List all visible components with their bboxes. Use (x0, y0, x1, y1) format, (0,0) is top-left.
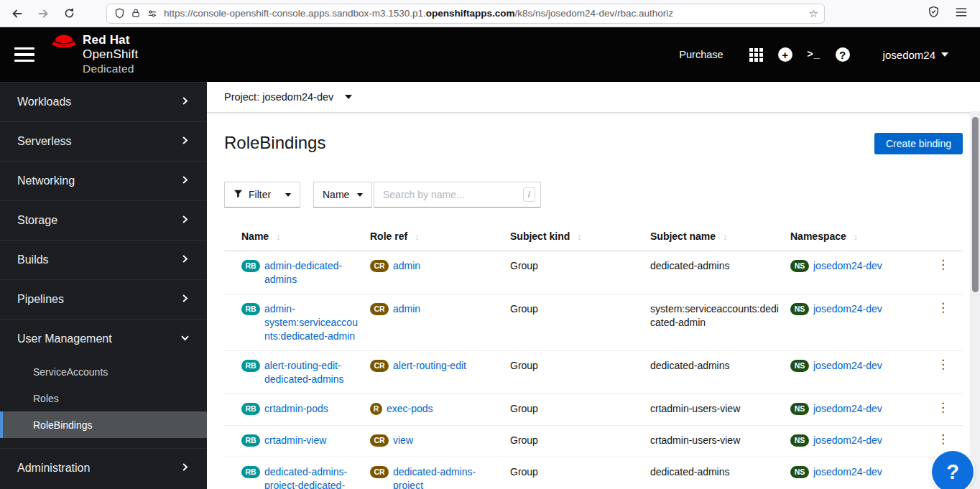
role-ref-link[interactable]: exec-pods (387, 402, 433, 416)
url-text[interactable]: https://console-openshift-console.apps.s… (164, 8, 805, 19)
filter-funnel-icon (234, 189, 243, 200)
nav-toggle-icon[interactable] (14, 44, 34, 66)
page-scrollbar[interactable] (970, 111, 980, 489)
back-icon[interactable] (10, 6, 24, 21)
name-cell: RBcrtadmin-view (224, 426, 370, 457)
sidebar-item-workloads[interactable]: Workloads (0, 82, 207, 121)
quick-help-button[interactable]: ? (932, 451, 974, 489)
role-ref-link[interactable]: admin (393, 302, 420, 316)
column-header-subject-name[interactable]: Subject name↕ (650, 223, 790, 251)
sidebar-item-storage[interactable]: Storage (0, 200, 207, 240)
brand-line-2: OpenShift (83, 47, 138, 62)
shield-icon[interactable] (114, 8, 125, 19)
sidebar-item-administration[interactable]: Administration (0, 448, 207, 488)
forward-icon[interactable] (36, 6, 50, 21)
sidebar-item-roles[interactable]: Roles (0, 385, 207, 411)
sort-icon[interactable]: ↕ (276, 230, 281, 243)
brand-line-3: Dedicated (83, 62, 138, 76)
subject-name-cell: crtadmin-users-view (650, 426, 790, 457)
shortcut-hint-badge: / (523, 187, 535, 202)
namespace-link[interactable]: josedom24-dev (813, 259, 882, 273)
lock-icon[interactable] (131, 8, 141, 19)
rolebinding-link[interactable]: crtadmin-view (264, 434, 326, 447)
filter-dropdown[interactable]: Filter (224, 182, 300, 208)
namespace-link[interactable]: josedom24-dev (813, 434, 882, 447)
create-binding-button[interactable]: Create binding (874, 133, 963, 154)
column-header-name[interactable]: Name↕ (224, 223, 370, 251)
import-plus-icon[interactable]: + (771, 47, 800, 62)
pocket-shield-icon[interactable] (928, 6, 940, 21)
sidebar-item-label: Serverless (17, 135, 72, 148)
namespace-badge: NS (790, 260, 809, 272)
row-kebab-menu-icon[interactable]: ⋮ (934, 351, 963, 393)
url-domain: openshiftapps.com (426, 8, 515, 19)
scrollbar-thumb[interactable] (972, 117, 979, 292)
sidebar-item-pipelines[interactable]: Pipelines (0, 279, 207, 319)
browser-nav-buttons (0, 6, 88, 21)
url-bar[interactable]: https://console-openshift-console.apps.s… (106, 4, 825, 24)
rolebinding-link[interactable]: admin-system:serviceaccounts:dedicated-a… (264, 302, 359, 343)
url-prefix: https://console-openshift-console.apps.s… (164, 8, 426, 19)
row-kebab-menu-icon[interactable]: ⋮ (934, 251, 963, 294)
rolebinding-link[interactable]: alert-routing-edit-dedicated-admins (264, 359, 359, 386)
help-icon[interactable]: ? (828, 47, 857, 62)
role-ref-link[interactable]: admin (393, 259, 420, 273)
role-ref-link[interactable]: dedicated-admins-project (393, 465, 486, 489)
column-header-label: Subject name (650, 230, 716, 243)
name-cell: RBadmin-system:serviceaccounts:dedicated… (224, 294, 370, 350)
namespace-cell: NSjosedom24-dev (790, 294, 934, 350)
main-content: Project: josedom24-dev RoleBindings Crea… (207, 82, 980, 489)
project-selector[interactable]: Project: josedom24-dev (207, 82, 980, 113)
namespace-link[interactable]: josedom24-dev (813, 465, 882, 479)
role-ref-link[interactable]: alert-routing-edit (393, 359, 466, 373)
subject-kind-cell: Group (510, 394, 650, 425)
chevron-right-icon (180, 135, 190, 148)
clusterrole-badge: CR (370, 260, 389, 272)
purchase-link[interactable]: Purchase (679, 49, 723, 60)
namespace-cell: NSjosedom24-dev (790, 394, 934, 425)
row-kebab-menu-icon[interactable]: ⋮ (934, 294, 963, 350)
sort-icon[interactable]: ↕ (415, 230, 420, 243)
sort-icon[interactable]: ↕ (723, 230, 728, 243)
table-body: RBadmin-dedicated-adminsCRadminGroupdedi… (224, 251, 963, 489)
url-path: /k8s/ns/josedom24-dev/rbac.authoriz (515, 8, 674, 19)
namespace-link[interactable]: josedom24-dev (813, 359, 882, 373)
sidebar-item-builds[interactable]: Builds (0, 240, 207, 279)
column-header-role-ref[interactable]: Role ref↕ (370, 223, 510, 251)
sidebar-item-serverless[interactable]: Serverless (0, 121, 207, 161)
user-menu[interactable]: josedom24 (883, 49, 948, 61)
subject-kind-cell: Group (510, 251, 650, 294)
table-header: Name↕Role ref↕Subject kind↕Subject name↕… (224, 223, 963, 251)
permissions-icon[interactable] (147, 9, 158, 19)
name-cell: RBadmin-dedicated-admins (224, 251, 370, 294)
rolebinding-link[interactable]: crtadmin-pods (264, 402, 328, 416)
namespace-link[interactable]: josedom24-dev (813, 402, 882, 416)
rolebinding-link[interactable]: admin-dedicated-admins (264, 259, 359, 287)
column-header-subject-kind[interactable]: Subject kind↕ (510, 223, 650, 251)
column-header-namespace[interactable]: Namespace↕ (790, 223, 934, 251)
app-launcher-icon[interactable] (742, 48, 771, 62)
sidebar-item-networking[interactable]: Networking (0, 161, 207, 200)
browser-menu-icon[interactable] (956, 7, 967, 20)
search-input[interactable]: Search by name... / (374, 182, 541, 208)
reload-icon[interactable] (62, 6, 76, 21)
sidebar-item-rolebindings[interactable]: RoleBindings (0, 411, 207, 438)
sort-icon[interactable]: ↕ (577, 230, 582, 243)
chevron-right-icon (180, 253, 190, 266)
role-ref-link[interactable]: view (393, 434, 413, 447)
row-kebab-menu-icon[interactable]: ⋮ (934, 394, 963, 425)
column-header-label: Namespace (790, 230, 846, 243)
subject-name-cell: system:serviceaccounts:dedicated-admin (650, 294, 790, 350)
sidebar-item-user-management[interactable]: User Management (0, 319, 207, 358)
sort-icon[interactable]: ↕ (854, 230, 859, 243)
bookmark-star-icon[interactable]: ☆ (809, 7, 818, 20)
namespace-link[interactable]: josedom24-dev (813, 302, 882, 316)
search-type-dropdown[interactable]: Name (313, 182, 372, 208)
rolebinding-link[interactable]: dedicated-admins-project-dedicated- (264, 465, 359, 489)
terminal-icon[interactable]: >_ (800, 49, 828, 60)
namespace-badge: NS (790, 303, 809, 315)
clusterrole-badge: CR (370, 434, 389, 447)
subject-kind-cell: Group (510, 426, 650, 457)
table-row: RBcrtadmin-podsRexec-podsGroupcrtadmin-u… (224, 393, 963, 425)
sidebar-item-serviceaccounts[interactable]: ServiceAccounts (0, 358, 207, 385)
